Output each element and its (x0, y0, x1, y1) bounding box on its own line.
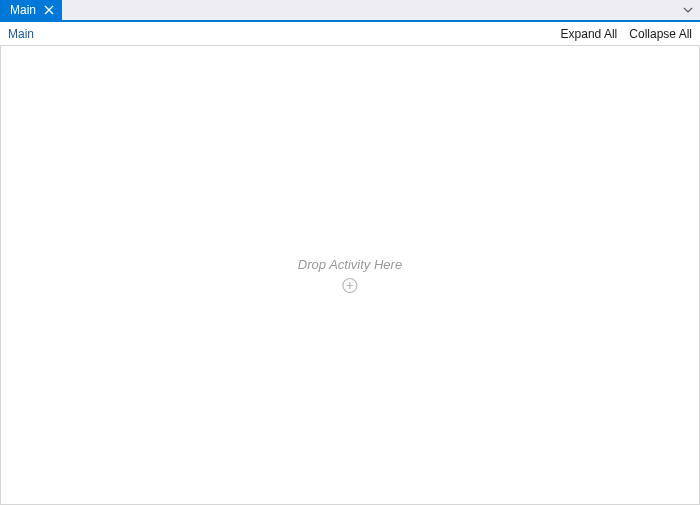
tab-main[interactable]: Main (0, 0, 62, 20)
drop-activity-hint: Drop Activity Here (298, 257, 402, 294)
expand-all-button[interactable]: Expand All (561, 27, 618, 41)
tab-strip: Main (0, 0, 700, 22)
tab-label: Main (10, 3, 36, 17)
chevron-down-icon[interactable] (680, 0, 696, 20)
breadcrumb[interactable]: Main (8, 27, 34, 41)
close-icon[interactable] (42, 3, 56, 17)
designer-canvas[interactable]: Drop Activity Here (0, 46, 700, 505)
plus-circle-icon (342, 278, 358, 294)
collapse-all-button[interactable]: Collapse All (629, 27, 692, 41)
drop-hint-label: Drop Activity Here (298, 257, 402, 272)
toolbar: Main Expand All Collapse All (0, 22, 700, 46)
